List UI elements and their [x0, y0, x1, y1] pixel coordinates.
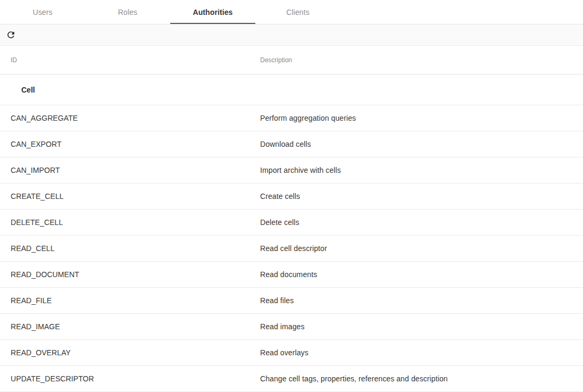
table-row[interactable]: CREATE_CELLCreate cells	[0, 184, 583, 210]
table-row[interactable]: READ_CELLRead cell descriptor	[0, 236, 583, 262]
table-row[interactable]: UPDATE_DESCRIPTORChange cell tags, prope…	[0, 366, 583, 392]
cell-description: Import archive with cells	[260, 166, 583, 174]
cell-id: CREATE_CELL	[11, 192, 260, 201]
table-header-row: ID Description	[0, 46, 583, 74]
cell-id: READ_CELL	[11, 244, 260, 253]
cell-id: READ_DOCUMENT	[11, 270, 260, 279]
column-header-id: ID	[11, 56, 260, 64]
cell-description: Change cell tags, properties, references…	[260, 374, 583, 383]
cell-description: Read documents	[260, 270, 583, 279]
cell-id: UPDATE_DESCRIPTOR	[11, 374, 260, 383]
cell-id: CAN_AGGREGATE	[11, 114, 260, 122]
cell-id: CAN_IMPORT	[11, 166, 260, 174]
cell-description: Perform aggregation queries	[260, 114, 583, 122]
cell-id: CAN_EXPORT	[11, 140, 260, 148]
cell-id: READ_FILE	[11, 296, 260, 305]
table-row[interactable]: READ_OVERLAYRead overlays	[0, 340, 583, 366]
table-row[interactable]: READ_FILERead files	[0, 288, 583, 314]
cell-description: Read overlays	[260, 348, 583, 357]
cell-description: Delete cells	[260, 218, 583, 227]
tab-label: Clients	[286, 8, 310, 16]
refresh-button[interactable]	[4, 28, 18, 42]
tab-users[interactable]: Users	[0, 0, 85, 24]
table-row[interactable]: CAN_AGGREGATEPerform aggregation queries	[0, 105, 583, 131]
cell-description: Read files	[260, 296, 583, 305]
table-row[interactable]: DELETE_CELLDelete cells	[0, 210, 583, 236]
tab-roles[interactable]: Roles	[85, 0, 170, 24]
refresh-icon	[6, 30, 16, 40]
tab-clients[interactable]: Clients	[255, 0, 340, 24]
table-row[interactable]: CAN_EXPORTDownload cells	[0, 131, 583, 157]
tab-label: Roles	[118, 8, 137, 16]
cell-description: Download cells	[260, 140, 583, 148]
cell-description: Read cell descriptor	[260, 244, 583, 253]
toolbar	[0, 24, 583, 46]
tab-authorities[interactable]: Authorities	[170, 0, 255, 24]
cell-id: READ_IMAGE	[11, 322, 260, 331]
table-body: CAN_AGGREGATEPerform aggregation queries…	[0, 105, 583, 392]
cell-description: Read images	[260, 322, 583, 331]
table-row[interactable]: READ_IMAGERead images	[0, 314, 583, 340]
table-row[interactable]: READ_DOCUMENTRead documents	[0, 262, 583, 288]
cell-id: READ_OVERLAY	[11, 348, 260, 357]
column-header-description: Description	[260, 56, 583, 64]
group-header-label: Cell	[21, 86, 35, 94]
tab-bar: UsersRolesAuthoritiesClients	[0, 0, 583, 24]
cell-description: Create cells	[260, 192, 583, 201]
tab-label: Authorities	[193, 8, 233, 16]
group-header-row: Cell	[0, 74, 583, 105]
table-row[interactable]: CAN_IMPORTImport archive with cells	[0, 157, 583, 184]
authorities-table: ID Description Cell CAN_AGGREGATEPerform…	[0, 46, 583, 392]
tab-label: Users	[32, 8, 52, 16]
cell-id: DELETE_CELL	[11, 218, 260, 227]
